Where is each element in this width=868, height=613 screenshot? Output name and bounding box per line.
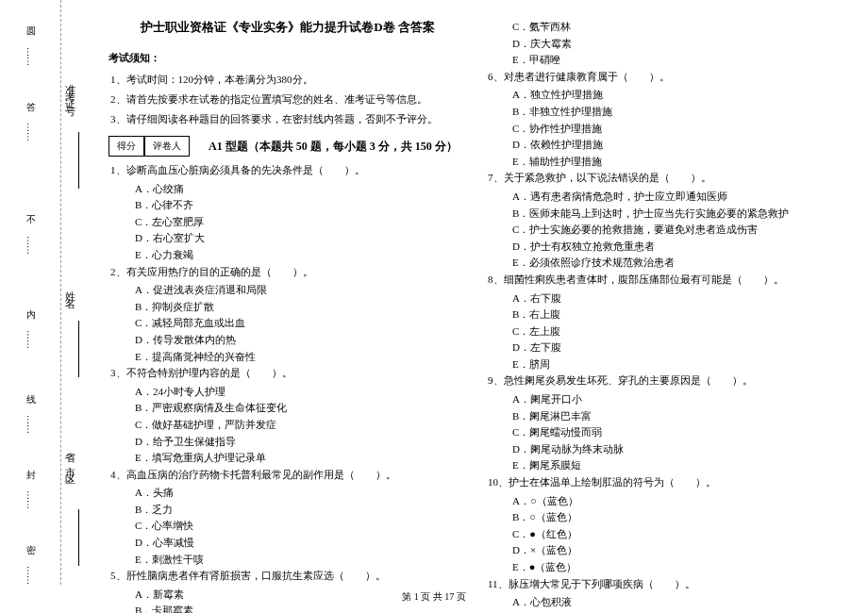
option-text: B．阑尾淋巴丰富: [486, 408, 844, 425]
option-text: E．提高痛觉神经的兴奋性: [108, 349, 467, 366]
notice-heading: 考试须知：: [108, 51, 467, 65]
option-text: E．辅助性护理措施: [486, 154, 844, 171]
option-text: D．×（蓝色）: [486, 542, 844, 559]
option-text: A．○（蓝色）: [486, 493, 844, 510]
option-text: C．心率增快: [108, 518, 467, 535]
question-text: 7、关于紧急救护，以下说法错误的是（ ）。: [486, 170, 844, 187]
option-text: C．氨苄西林: [486, 19, 844, 36]
binding-label: 密: [24, 538, 37, 543]
binding-dots: ……: [25, 566, 36, 585]
instruction-item: 3、请仔细阅读各种题目的回答要求，在密封线内答题，否则不予评分。: [108, 112, 467, 126]
binding-dots: ……: [25, 47, 36, 66]
binding-label: 内: [24, 302, 37, 307]
option-text: C．减轻局部充血或出血: [108, 315, 467, 332]
option-text: B．右上腹: [486, 306, 844, 323]
grader-label: 评卷人: [144, 136, 190, 157]
option-text: A．独立性护理措施: [486, 87, 844, 104]
binding-margin: 圆 …… 答 …… 不 …… 内 …… 线 …… 封 …… 密 ……: [0, 0, 61, 585]
section-title: A1 型题（本题共 50 题，每小题 3 分，共 150 分）: [209, 139, 458, 155]
questions-left: 1、诊断高血压心脏病必须具备的先决条件是（ ）。A．心绞痛B．心律不齐C．左心室…: [108, 162, 467, 613]
option-text: B．乏力: [108, 502, 467, 519]
option-text: D．阑尾动脉为终末动脉: [486, 441, 844, 458]
option-text: C．阑尾蠕动慢而弱: [486, 424, 844, 441]
option-text: B．卡那霉素: [108, 603, 467, 613]
exam-title: 护士职业资格证《专业实务》能力提升试卷D卷 含答案: [108, 19, 467, 36]
option-text: D．心率减慢: [108, 535, 467, 552]
question-text: 1、诊断高血压心脏病必须具备的先决条件是（ ）。: [108, 162, 467, 179]
option-text: C．●（红色）: [486, 526, 844, 543]
exam-id-label: 准考证号: [63, 75, 77, 106]
instruction-item: 2、请首先按要求在试卷的指定位置填写您的姓名、准考证号等信息。: [108, 92, 467, 107]
option-text: E．●（蓝色）: [486, 559, 844, 576]
question-text: 6、对患者进行健康教育属于（ ）。: [486, 69, 844, 86]
province-label: 省（市区）: [63, 443, 77, 481]
option-text: A．遇有患者病情危急时，护士应立即通知医师: [486, 189, 844, 206]
option-text: D．传导发散体内的热: [108, 332, 467, 349]
content-area: 护士职业资格证《专业实务》能力提升试卷D卷 含答案 考试须知： 1、考试时间：1…: [90, 0, 868, 585]
question-text: 2、有关应用热疗的目的正确的是（ ）。: [108, 264, 467, 281]
option-text: E．刺激性干咳: [108, 552, 467, 569]
question-text: 11、脉压增大常见于下列哪项疾病（ ）。: [486, 576, 844, 593]
question-text: 5、肝性脑病患者伴有肾脏损害，口服抗生素应选（ ）。: [108, 568, 467, 585]
question-text: 4、高血压病的治疗药物卡托普利最常见的副作用是（ ）。: [108, 467, 467, 484]
option-text: D．给予卫生保健指导: [108, 434, 467, 451]
option-text: D．护士有权独立抢救危重患者: [486, 239, 844, 256]
name-line: [78, 321, 79, 377]
option-text: B．抑制炎症扩散: [108, 299, 467, 316]
name-label: 姓名: [63, 283, 77, 298]
binding-dots: ……: [25, 236, 36, 255]
questions-right: C．氨苄西林D．庆大霉素E．甲硝唑6、对患者进行健康教育属于（ ）。A．独立性护…: [486, 19, 844, 613]
question-text: 8、细菌性痢疾患者查体时，腹部压痛部位最有可能是（ ）。: [486, 272, 844, 289]
option-text: C．左心室肥厚: [108, 214, 467, 231]
option-text: E．心力衰竭: [108, 247, 467, 264]
option-text: E．甲硝唑: [486, 52, 844, 69]
option-text: C．做好基础护理，严防并发症: [108, 417, 467, 434]
question-text: 9、急性阑尾炎易发生坏死、穿孔的主要原因是（ ）。: [486, 373, 844, 389]
option-text: A．心包积液: [486, 594, 844, 611]
option-text: B．医师未能马上到达时，护士应当先行实施必要的紧急救护: [486, 206, 844, 223]
option-text: B．非独立性护理措施: [486, 104, 844, 121]
option-text: A．头痛: [108, 485, 467, 502]
option-text: E．必须依照诊疗技术规范救治患者: [486, 255, 844, 272]
option-text: C．协作性护理措施: [486, 121, 844, 138]
student-info-margin: 准考证号 姓名 省（市区）: [61, 0, 90, 585]
exam-id-line: [78, 132, 79, 189]
option-text: C．左上腹: [486, 323, 844, 340]
right-column: C．氨苄西林D．庆大霉素E．甲硝唑6、对患者进行健康教育属于（ ）。A．独立性护…: [476, 19, 854, 575]
option-text: A．促进浅表炎症消退和局限: [108, 282, 467, 299]
option-text: A．心绞痛: [108, 181, 467, 198]
option-text: C．护士实施必要的抢救措施，要避免对患者造成伤害: [486, 222, 844, 239]
binding-dots: ……: [25, 490, 36, 509]
option-text: E．填写危重病人护理记录单: [108, 450, 467, 467]
option-text: D．依赖性护理措施: [486, 137, 844, 154]
score-label: 得分: [108, 136, 144, 157]
instruction-item: 1、考试时间：120分钟，本卷满分为380分。: [108, 73, 467, 87]
option-text: E．脐周: [486, 356, 844, 373]
option-text: E．阑尾系膜短: [486, 457, 844, 474]
exam-page: 圆 …… 答 …… 不 …… 内 …… 线 …… 封 …… 密 …… 准考证号 …: [0, 0, 868, 585]
option-text: B．严密观察病情及生命体征变化: [108, 400, 467, 417]
option-text: A．右下腹: [486, 290, 844, 307]
left-column: 护士职业资格证《专业实务》能力提升试卷D卷 含答案 考试须知： 1、考试时间：1…: [99, 19, 476, 575]
binding-label: 线: [24, 387, 37, 392]
option-text: B．○（蓝色）: [486, 509, 844, 526]
option-text: A．24小时专人护理: [108, 384, 467, 401]
question-text: 10、护士在体温单上绘制肛温的符号为（ ）。: [486, 474, 844, 491]
binding-label: 不: [24, 207, 37, 213]
binding-dots: ……: [25, 330, 36, 349]
binding-label: 圆: [24, 19, 37, 25]
binding-label: 封: [24, 462, 37, 468]
province-line: [78, 509, 79, 566]
question-text: 3、不符合特别护理内容的是（ ）。: [108, 365, 467, 382]
score-box: 得分 评卷人 A1 型题（本题共 50 题，每小题 3 分，共 150 分）: [108, 136, 467, 157]
option-text: D．左下腹: [486, 340, 844, 356]
option-text: D．庆大霉素: [486, 36, 844, 53]
option-text: A．阑尾开口小: [486, 391, 844, 408]
binding-dots: ……: [25, 123, 36, 141]
option-text: B．心律不齐: [108, 197, 467, 214]
binding-dots: ……: [25, 415, 36, 434]
option-text: D．右心室扩大: [108, 230, 467, 247]
binding-label: 答: [24, 94, 37, 100]
